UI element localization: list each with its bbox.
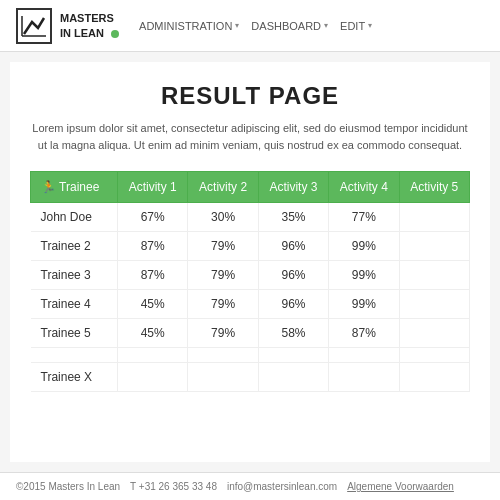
activity-cell: 79%	[188, 319, 258, 348]
logo-icon	[16, 8, 52, 44]
table-row: John Doe67%30%35%77%	[31, 203, 470, 232]
activity-cell: 99%	[329, 290, 399, 319]
table-row: Trainee 445%79%96%99%	[31, 290, 470, 319]
activity-cell: 96%	[258, 232, 328, 261]
main-content: RESULT PAGE Lorem ipsum dolor sit amet, …	[10, 62, 490, 462]
trainee-name: Trainee X	[31, 363, 118, 392]
logo-area: MASTERS IN LEAN	[16, 8, 119, 44]
chevron-down-icon: ▾	[368, 21, 372, 30]
footer-copyright: ©2015 Masters In Lean	[16, 481, 120, 492]
footer-phone: T +31 26 365 33 48	[130, 481, 217, 492]
trainee-name: Trainee 5	[31, 319, 118, 348]
activity-cell: 35%	[258, 203, 328, 232]
nav-label-edit: EDIT	[340, 20, 365, 32]
trainee-name: Trainee 3	[31, 261, 118, 290]
logo-svg	[20, 12, 48, 40]
trainee-icon: 🏃	[41, 180, 56, 194]
activity-cell: 67%	[117, 203, 187, 232]
activity-cell: 99%	[329, 232, 399, 261]
header: MASTERS IN LEAN ADMINISTRATION ▾ DASHBOA…	[0, 0, 500, 52]
activity-cell	[399, 261, 469, 290]
chevron-down-icon: ▾	[235, 21, 239, 30]
activity-cell	[329, 348, 399, 363]
chevron-down-icon: ▾	[324, 21, 328, 30]
table-row: Trainee X	[31, 363, 470, 392]
page-description: Lorem ipsum dolor sit amet, consectetur …	[30, 120, 470, 153]
activity-cell	[117, 348, 187, 363]
activity-cell: 45%	[117, 319, 187, 348]
activity-cell: 79%	[188, 290, 258, 319]
activity-cell: 79%	[188, 232, 258, 261]
footer: ©2015 Masters In Lean T +31 26 365 33 48…	[0, 472, 500, 500]
table-row: Trainee 387%79%96%99%	[31, 261, 470, 290]
table-row: Trainee 287%79%96%99%	[31, 232, 470, 261]
logo-text: MASTERS IN LEAN	[60, 11, 119, 40]
nav-item-edit[interactable]: EDIT ▾	[340, 20, 372, 32]
activity-cell	[258, 348, 328, 363]
table-row: Trainee 545%79%58%87%	[31, 319, 470, 348]
logo-dot	[111, 30, 119, 38]
activity-cell	[117, 363, 187, 392]
footer-link[interactable]: Algemene Voorwaarden	[347, 481, 454, 492]
activity-cell	[329, 363, 399, 392]
trainee-name: Trainee 2	[31, 232, 118, 261]
col-header-activity3: Activity 3	[258, 172, 328, 203]
activity-cell	[188, 363, 258, 392]
activity-cell	[399, 232, 469, 261]
activity-cell: 77%	[329, 203, 399, 232]
activity-cell	[188, 348, 258, 363]
col-header-activity1: Activity 1	[117, 172, 187, 203]
trainee-name: John Doe	[31, 203, 118, 232]
activity-cell	[399, 203, 469, 232]
logo-line2: IN LEAN	[60, 27, 104, 39]
activity-cell: 30%	[188, 203, 258, 232]
nav: ADMINISTRATION ▾ DASHBOARD ▾ EDIT ▾	[139, 20, 372, 32]
activity-cell: 96%	[258, 261, 328, 290]
col-header-trainee: 🏃 Trainee	[31, 172, 118, 203]
activity-cell: 87%	[329, 319, 399, 348]
trainee-name: Trainee 4	[31, 290, 118, 319]
activity-cell: 87%	[117, 261, 187, 290]
activity-cell: 45%	[117, 290, 187, 319]
activity-cell	[399, 348, 469, 363]
trainee-name	[31, 348, 118, 363]
activity-cell	[399, 319, 469, 348]
activity-cell	[399, 363, 469, 392]
activity-cell: 79%	[188, 261, 258, 290]
activity-cell: 99%	[329, 261, 399, 290]
nav-item-administration[interactable]: ADMINISTRATION ▾	[139, 20, 239, 32]
col-header-activity5: Activity 5	[399, 172, 469, 203]
activity-cell: 87%	[117, 232, 187, 261]
results-table: 🏃 Trainee Activity 1 Activity 2 Activity…	[30, 171, 470, 392]
table-header-row: 🏃 Trainee Activity 1 Activity 2 Activity…	[31, 172, 470, 203]
col-header-activity4: Activity 4	[329, 172, 399, 203]
footer-email: info@mastersinlean.com	[227, 481, 337, 492]
logo-line1: MASTERS	[60, 12, 114, 24]
activity-cell: 96%	[258, 290, 328, 319]
nav-label-dashboard: DASHBOARD	[251, 20, 321, 32]
activity-cell	[258, 363, 328, 392]
table-row	[31, 348, 470, 363]
col-header-activity2: Activity 2	[188, 172, 258, 203]
nav-item-dashboard[interactable]: DASHBOARD ▾	[251, 20, 328, 32]
page-title: RESULT PAGE	[30, 82, 470, 110]
activity-cell	[399, 290, 469, 319]
nav-label-administration: ADMINISTRATION	[139, 20, 232, 32]
activity-cell: 58%	[258, 319, 328, 348]
